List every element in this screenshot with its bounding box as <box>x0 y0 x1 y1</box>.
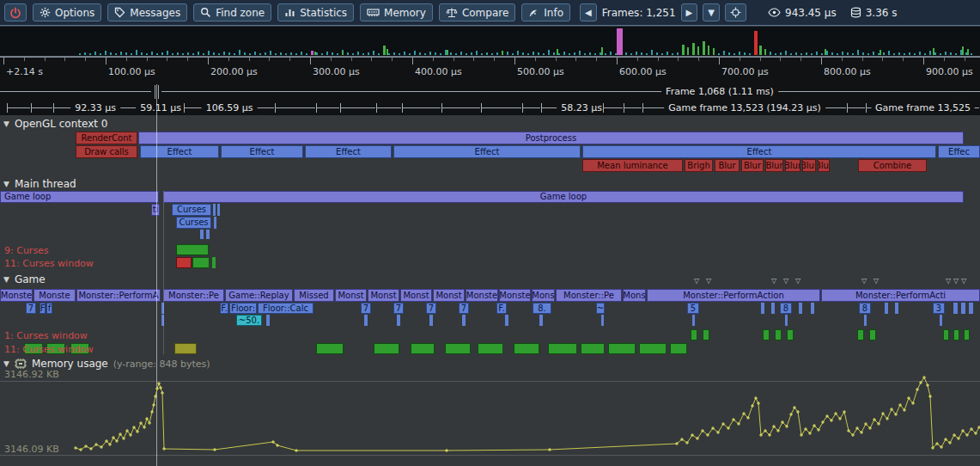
zone[interactable]: F. <box>220 303 228 314</box>
zone[interactable] <box>174 343 197 354</box>
zone[interactable]: Missed <box>294 289 334 302</box>
zone[interactable]: Effect <box>305 145 392 158</box>
zone[interactable]: ~ <box>596 303 605 314</box>
zone[interactable]: Monster::PerformAction <box>647 289 820 302</box>
zone[interactable] <box>608 343 636 354</box>
zone[interactable] <box>961 303 965 314</box>
message-marker-icon[interactable]: ▽ <box>873 277 879 285</box>
zone[interactable] <box>397 315 400 326</box>
zone[interactable] <box>213 204 216 216</box>
zone[interactable] <box>670 343 687 354</box>
zone[interactable] <box>763 329 770 340</box>
zone[interactable] <box>548 343 577 354</box>
message-marker-icon[interactable]: ▽ <box>771 277 776 285</box>
zone[interactable]: Mons <box>623 289 646 302</box>
thread-label[interactable]: 11: Curses window <box>4 344 94 355</box>
zone[interactable] <box>691 329 697 340</box>
zone[interactable]: Blur <box>765 159 783 172</box>
zone[interactable] <box>771 303 775 314</box>
section-header-memory-usage[interactable]: ▼Memory usage(y-range: 848 bytes) <box>3 358 210 370</box>
zone[interactable] <box>505 315 508 326</box>
zone[interactable] <box>953 329 959 340</box>
zone[interactable]: 7 <box>361 303 371 314</box>
zone[interactable]: f <box>46 303 52 314</box>
zone[interactable] <box>214 217 216 229</box>
zone[interactable] <box>787 329 794 340</box>
zone[interactable]: Effect <box>393 145 581 158</box>
zone[interactable]: F <box>40 303 46 314</box>
zone[interactable] <box>857 329 864 340</box>
zone[interactable] <box>514 343 539 354</box>
zone[interactable]: Postprocess <box>138 132 964 144</box>
zone[interactable] <box>785 315 788 326</box>
zone[interactable] <box>953 303 958 314</box>
zone[interactable] <box>176 257 192 268</box>
thread-label[interactable]: 9: Curses <box>4 245 49 256</box>
zone[interactable]: Floor::Calc <box>258 303 313 314</box>
section-header-game[interactable]: ▼Game <box>3 273 46 285</box>
message-marker-icon[interactable]: ▽ <box>795 277 800 285</box>
zone[interactable] <box>462 315 466 326</box>
zone[interactable] <box>869 329 876 340</box>
zone[interactable]: Effect <box>582 145 936 158</box>
zone[interactable] <box>964 329 970 340</box>
zone[interactable]: Monst <box>368 289 399 302</box>
zone[interactable]: 3 <box>933 303 945 314</box>
zone[interactable] <box>192 257 210 268</box>
zone[interactable]: Monste <box>0 289 33 302</box>
zone[interactable]: 8. <box>533 303 551 314</box>
zone[interactable]: Blur <box>715 159 740 172</box>
zone[interactable]: Mons <box>532 289 555 302</box>
zone[interactable] <box>761 303 764 314</box>
zone[interactable] <box>581 343 605 354</box>
zone[interactable] <box>895 303 898 314</box>
zone[interactable]: Game::Replay <box>225 289 293 302</box>
zone[interactable]: Monst <box>400 289 432 302</box>
message-marker-icon[interactable]: ▽ <box>961 277 966 285</box>
section-header-opengl-context-0[interactable]: ▼OpenGL context 0 <box>3 118 107 130</box>
zone[interactable]: Monster::Pe <box>163 289 224 302</box>
thread-label[interactable]: 11: Curses window <box>4 258 94 269</box>
zone[interactable] <box>940 315 942 326</box>
zone[interactable]: Blur <box>802 159 816 172</box>
zone[interactable] <box>200 230 204 239</box>
zone[interactable]: F. <box>496 303 507 314</box>
zone[interactable] <box>445 343 471 354</box>
zone[interactable]: Monste <box>466 289 498 302</box>
zone[interactable]: Monster::Pe <box>556 289 622 302</box>
zone[interactable] <box>429 315 433 326</box>
zone[interactable]: Draw calls <box>76 145 137 158</box>
message-marker-icon[interactable]: ▽ <box>861 277 867 285</box>
zone[interactable] <box>639 343 667 354</box>
zone[interactable] <box>411 343 435 354</box>
zone[interactable] <box>799 303 802 314</box>
zone[interactable]: 8 <box>859 303 871 314</box>
zone[interactable] <box>212 257 216 268</box>
zone[interactable] <box>692 315 695 326</box>
zone[interactable] <box>217 204 220 216</box>
zone[interactable]: 7 <box>459 303 469 314</box>
zone[interactable]: Curses <box>172 204 211 216</box>
zone[interactable]: Effec <box>938 145 980 158</box>
zone[interactable]: Brigh <box>685 159 713 172</box>
zone[interactable] <box>775 329 782 340</box>
zone[interactable]: Monste <box>33 289 76 302</box>
zone[interactable]: Monst <box>433 289 465 302</box>
zone[interactable] <box>176 244 209 255</box>
zone[interactable]: Game loop <box>0 191 159 203</box>
zone[interactable] <box>601 315 604 326</box>
zone[interactable]: Blur <box>741 159 764 172</box>
zone[interactable] <box>703 329 709 340</box>
zone[interactable]: 8 <box>780 303 792 314</box>
zone[interactable]: Monst <box>335 289 367 302</box>
zone[interactable]: Effect <box>140 145 219 158</box>
zone[interactable] <box>374 343 399 354</box>
zone[interactable]: Blur <box>818 159 830 172</box>
zone[interactable]: Combine <box>858 159 927 172</box>
zone[interactable] <box>811 303 814 314</box>
zone[interactable]: ~50. <box>236 315 262 326</box>
zone[interactable] <box>316 343 344 354</box>
zone[interactable]: RenderCont <box>76 132 137 144</box>
section-header-main-thread[interactable]: ▼Main thread <box>3 178 76 190</box>
zone[interactable]: Monster::PerformActi <box>821 289 980 302</box>
